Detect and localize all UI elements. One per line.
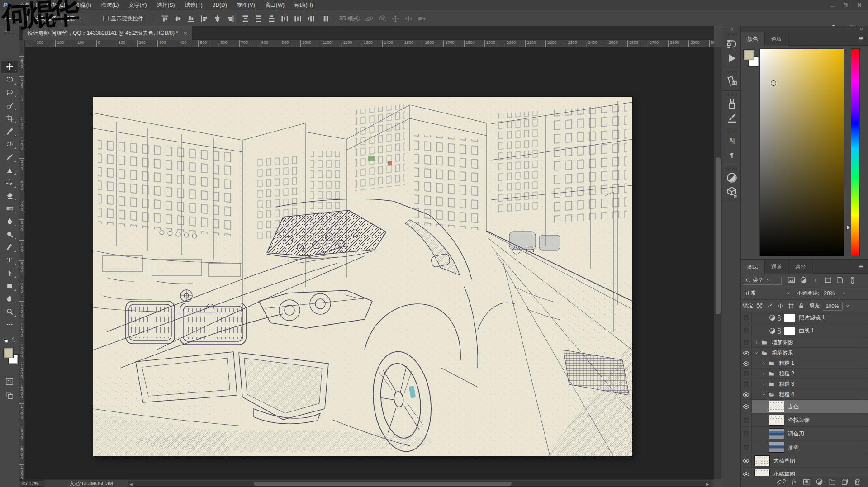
scroll-left-arrow-icon[interactable]: ◀ xyxy=(129,482,133,487)
type-layer-filter-icon[interactable]: T xyxy=(812,276,820,284)
lock-paint-icon[interactable] xyxy=(767,303,773,309)
move-tool[interactable] xyxy=(1,61,18,73)
screen-mode-button[interactable] xyxy=(5,392,14,400)
visibility-toggle[interactable] xyxy=(741,359,752,368)
slide-3d-camera-icon[interactable] xyxy=(404,14,413,23)
lock-artboard-icon[interactable] xyxy=(787,303,794,309)
layer-row-查找边缘[interactable]: 查找边缘 xyxy=(741,414,868,427)
distribute-right-icon[interactable] xyxy=(307,14,315,23)
brushes-panel-icon[interactable] xyxy=(726,98,738,109)
menu-f[interactable]: 文件(F) xyxy=(14,2,42,8)
layer-row-增加阴影[interactable]: 增加阴影 xyxy=(741,338,868,348)
new-group-button[interactable] xyxy=(828,478,836,486)
layer-thumbnail[interactable] xyxy=(769,415,784,426)
zoom-level-field[interactable]: 45.17% xyxy=(20,480,44,487)
layer-row-粗糙效果[interactable]: 粗糙效果 xyxy=(741,348,868,358)
layer-row-曲线1[interactable]: 曲线 1 xyxy=(741,325,868,337)
layer-name[interactable]: 调色刀 xyxy=(788,430,804,438)
orbit-3d-camera-icon[interactable] xyxy=(365,14,374,23)
smart-object-filter-icon[interactable] xyxy=(836,276,844,284)
path-selection-tool[interactable] xyxy=(1,267,18,279)
menu-e[interactable]: 编辑(E) xyxy=(42,2,70,8)
visibility-toggle[interactable] xyxy=(741,390,752,399)
panel-menu-icon[interactable] xyxy=(857,36,864,41)
close-button[interactable] xyxy=(853,0,866,10)
align-center-vertical-icon[interactable] xyxy=(174,14,182,23)
layer-row-粗糙4[interactable]: 粗糙 4 xyxy=(741,390,868,400)
visibility-toggle[interactable] xyxy=(741,454,752,467)
distribute-bottom-icon[interactable] xyxy=(267,14,276,23)
auto-select-checkbox[interactable] xyxy=(27,16,33,21)
visibility-toggle[interactable] xyxy=(741,312,752,324)
layer-row-粗糙2[interactable]: 粗糙 2 xyxy=(741,369,868,379)
crop-tool[interactable] xyxy=(1,112,18,124)
vertical-ruler[interactable]: 2001000100200300400500600700800900100011… xyxy=(19,47,25,479)
lock-all-icon[interactable] xyxy=(798,303,805,309)
dock-gripper[interactable] xyxy=(726,168,737,170)
filter-toggle-icon[interactable] xyxy=(849,276,856,284)
document-tab[interactable]: 设计导师-何焜华，QQ：1433828141 @ 45.2%(去色, RGB/8… xyxy=(23,26,192,40)
layer-thumbnail[interactable] xyxy=(769,428,784,439)
dock-collapse-icon[interactable] xyxy=(722,26,741,33)
brush-settings-panel-icon[interactable] xyxy=(726,112,738,124)
panel-foreground-swatch[interactable] xyxy=(744,50,754,60)
minimize-button[interactable] xyxy=(825,0,839,10)
pan-3d-camera-icon[interactable] xyxy=(391,14,400,23)
add-layer-mask-button[interactable] xyxy=(802,478,811,486)
shape-layer-filter-icon[interactable] xyxy=(824,276,832,284)
layer-row-原图[interactable]: 原图 xyxy=(741,441,868,454)
layer-row-粗糙3[interactable]: 粗糙 3 xyxy=(741,379,868,389)
hue-strip[interactable] xyxy=(851,48,860,256)
quick-selection-tool[interactable] xyxy=(1,99,18,112)
auto-select-dropdown[interactable]: 图层 xyxy=(61,14,87,23)
align-right-icon[interactable] xyxy=(226,14,235,23)
paragraph-panel-icon[interactable]: ¶ xyxy=(726,149,738,161)
layer-row-照片滤镜1[interactable]: 照片滤镜 1 xyxy=(741,312,868,324)
layer-row-大稿草图[interactable]: 大稿草图 xyxy=(741,454,868,468)
menu-w[interactable]: 窗口(W) xyxy=(260,2,289,8)
color-panel-tab[interactable]: 色板 xyxy=(765,32,789,46)
layer-row-粗糙1[interactable]: 粗糙 1 xyxy=(741,359,868,369)
history-panel-icon[interactable] xyxy=(726,38,738,50)
visibility-toggle[interactable] xyxy=(741,379,752,389)
layer-thumbnail[interactable] xyxy=(769,401,784,412)
actions-panel-icon[interactable] xyxy=(726,52,738,64)
default-colors-icon[interactable] xyxy=(3,338,8,343)
pen-tool[interactable] xyxy=(1,241,18,253)
spot-healing-brush-tool[interactable] xyxy=(1,138,18,150)
layer-name[interactable]: 粗糙效果 xyxy=(772,349,793,357)
horizontal-scrollbar-thumb[interactable] xyxy=(254,482,512,486)
swap-colors-icon[interactable] xyxy=(11,337,17,343)
menu-y[interactable]: 文字(Y) xyxy=(123,2,152,8)
quick-mask-button[interactable] xyxy=(5,378,14,386)
layer-name[interactable]: 大稿草图 xyxy=(773,457,795,465)
layer-style-fx-button[interactable]: fx xyxy=(790,478,798,486)
tab-close-icon[interactable]: × xyxy=(184,30,187,37)
distribute-center-horizontal-icon[interactable] xyxy=(294,14,302,23)
zoom-tool[interactable] xyxy=(1,306,18,318)
lock-position-icon[interactable] xyxy=(777,303,784,309)
fill-chevron-icon[interactable] xyxy=(845,304,849,308)
vertical-scrollbar[interactable] xyxy=(714,47,722,479)
menu-l[interactable]: 图层(L) xyxy=(96,2,124,8)
layers-panel-tab-通道[interactable]: 通道 xyxy=(765,260,789,274)
opacity-value[interactable]: 20% xyxy=(821,289,839,298)
gradient-tool[interactable] xyxy=(1,203,18,215)
dock-gripper[interactable] xyxy=(726,131,737,133)
hue-slider-arrow[interactable] xyxy=(847,225,850,230)
menu-t[interactable]: 滤镜(T) xyxy=(180,2,207,8)
adjustment-thumbnail[interactable] xyxy=(784,314,795,322)
layer-name[interactable]: 查找边缘 xyxy=(788,416,810,424)
lasso-tool[interactable] xyxy=(1,86,18,99)
saturation-brightness-box[interactable] xyxy=(759,48,844,256)
visibility-toggle[interactable] xyxy=(741,400,752,413)
visibility-toggle[interactable] xyxy=(741,325,752,337)
distribute-center-vertical-icon[interactable] xyxy=(254,14,263,23)
menu-s[interactable]: 选择(S) xyxy=(152,2,180,8)
dock-gripper[interactable] xyxy=(726,71,737,73)
panel-menu-icon[interactable] xyxy=(857,264,864,269)
new-layer-button[interactable] xyxy=(840,478,849,486)
layer-row-调色刀[interactable]: 调色刀 xyxy=(741,427,868,440)
edit-toolbar-tool[interactable] xyxy=(1,318,18,331)
menu-h[interactable]: 帮助(H) xyxy=(289,2,318,8)
